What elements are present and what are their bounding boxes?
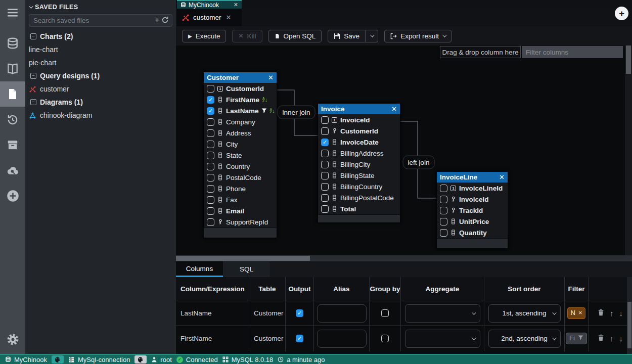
field-row[interactable]: Country — [204, 161, 277, 172]
open-sql-button[interactable]: Open SQL — [268, 30, 322, 42]
field-row[interactable]: 1CustomerId — [204, 83, 277, 94]
scrollbar-thumb[interactable] — [176, 256, 310, 261]
field-checkbox[interactable] — [207, 141, 214, 148]
field-row[interactable]: SupportRepId — [204, 216, 277, 228]
close-icon[interactable]: ✕ — [499, 173, 505, 181]
menu-button[interactable] — [0, 0, 25, 25]
field-row[interactable]: BillingCity — [318, 159, 400, 170]
field-checkbox[interactable]: ✓ — [207, 107, 214, 115]
group-by-checkbox[interactable] — [381, 309, 389, 317]
field-checkbox[interactable] — [321, 127, 329, 135]
saved-files-header[interactable]: SAVED FILES — [29, 0, 172, 12]
close-icon[interactable]: ✕ — [391, 105, 397, 113]
field-checkbox[interactable] — [321, 205, 329, 213]
alias-input[interactable] — [317, 330, 367, 348]
field-checkbox[interactable] — [321, 161, 329, 168]
tab-file-customer[interactable]: customer ✕ — [177, 9, 242, 26]
output-checkbox[interactable]: ✓ — [296, 309, 303, 317]
entity-invoice[interactable]: Invoice ✕ 1InvoiceIdCustomerId✓InvoiceDa… — [318, 103, 400, 223]
field-row[interactable]: ✓FirstNameAZ↓ — [204, 94, 277, 105]
field-checkbox[interactable] — [207, 185, 214, 193]
field-row[interactable]: 1InvoiceLineId — [437, 183, 508, 194]
field-row[interactable]: BillingCountry — [318, 181, 400, 192]
archive-nav-button[interactable] — [0, 132, 25, 158]
add-nav-button[interactable] — [0, 183, 25, 208]
field-checkbox[interactable] — [440, 196, 447, 203]
field-row[interactable]: InvoiceId — [437, 194, 508, 205]
status-database[interactable]: MyChinook — [5, 356, 47, 363]
canvas-horizontal-scrollbar[interactable] — [176, 255, 632, 261]
aggregate-select[interactable] — [405, 304, 480, 323]
save-button[interactable]: Save — [328, 30, 366, 42]
status-connection[interactable]: MySql-connection — [68, 356, 130, 363]
connection-color-button[interactable] — [134, 355, 147, 363]
collapse-box-icon[interactable]: − — [30, 33, 36, 39]
grid-vertical-scrollbar[interactable] — [627, 277, 632, 354]
tree-item[interactable]: line-chart — [29, 43, 172, 56]
field-checkbox[interactable] — [207, 152, 214, 159]
scrollbar-thumb[interactable] — [627, 302, 631, 348]
field-row[interactable]: City — [204, 139, 277, 150]
entity-header[interactable]: InvoiceLine ✕ — [437, 172, 508, 183]
sort-order-select[interactable]: 1st, ascending — [488, 304, 561, 323]
save-dropdown-button[interactable] — [366, 30, 378, 42]
new-tab-button[interactable]: + — [615, 7, 628, 20]
tab-connection[interactable]: MyChinook ✕ — [177, 0, 242, 9]
move-down-icon[interactable]: ↓ — [619, 309, 623, 317]
close-icon[interactable]: ✕ — [226, 14, 232, 21]
field-row[interactable]: CustomerId — [318, 125, 400, 136]
sort-order-select[interactable]: 2nd, ascending — [488, 330, 561, 348]
move-down-icon[interactable]: ↓ — [619, 334, 623, 343]
remove-filter-icon[interactable]: × — [578, 309, 582, 317]
filter-columns-input[interactable] — [522, 46, 623, 58]
move-up-icon[interactable]: ↑ — [610, 309, 614, 317]
files-nav-button[interactable] — [0, 81, 25, 107]
group-by-checkbox[interactable] — [381, 335, 389, 342]
field-row[interactable]: Company — [204, 116, 277, 127]
field-checkbox[interactable] — [440, 218, 447, 225]
field-row[interactable]: ✓LastNameAZ↓ — [204, 105, 277, 116]
close-icon[interactable]: ✕ — [234, 2, 238, 8]
tree-group[interactable]: −Diagrams (1) — [29, 96, 172, 109]
refresh-icon[interactable] — [161, 16, 169, 25]
field-checkbox[interactable] — [207, 129, 214, 137]
aggregate-select[interactable] — [405, 330, 480, 348]
field-row[interactable]: State — [204, 150, 277, 161]
field-row[interactable]: PostalCode — [204, 172, 277, 183]
field-checkbox[interactable] — [321, 183, 329, 191]
collapse-box-icon[interactable]: − — [30, 73, 36, 79]
delete-row-icon[interactable] — [598, 334, 604, 343]
database-nav-button[interactable] — [0, 31, 25, 56]
output-checkbox[interactable]: ✓ — [296, 335, 303, 342]
tab-columns[interactable]: Columns — [176, 261, 223, 277]
execute-button[interactable]: ▶ Execute — [182, 30, 226, 42]
history-nav-button[interactable] — [0, 107, 25, 132]
field-checkbox[interactable] — [207, 207, 214, 215]
filter-badge[interactable]: Fi — [566, 333, 587, 344]
filter-badge[interactable]: N× — [567, 307, 586, 319]
field-checkbox[interactable]: ✓ — [207, 96, 214, 104]
field-row[interactable]: Phone — [204, 183, 277, 194]
collapse-box-icon[interactable]: − — [30, 99, 36, 105]
field-row[interactable]: BillingState — [318, 170, 400, 181]
entity-header[interactable]: Invoice ✕ — [318, 104, 400, 114]
field-checkbox[interactable]: ✓ — [321, 139, 329, 146]
join-label-left[interactable]: left join — [403, 156, 435, 169]
field-checkbox[interactable] — [321, 194, 329, 202]
field-checkbox[interactable] — [207, 196, 214, 204]
docs-nav-button[interactable] — [0, 56, 25, 81]
field-checkbox[interactable] — [207, 85, 214, 93]
field-row[interactable]: Total — [318, 203, 400, 214]
tree-item[interactable]: chinook-diagram — [29, 109, 172, 122]
entity-header[interactable]: Customer ✕ — [204, 72, 277, 83]
drag-drop-target[interactable]: Drag & drop column here — [440, 46, 521, 58]
join-label-inner[interactable]: inner join — [278, 106, 315, 119]
tree-group[interactable]: −Query designs (1) — [29, 69, 172, 82]
tree-item[interactable]: customer — [29, 82, 172, 96]
database-color-button[interactable] — [52, 355, 64, 363]
field-row[interactable]: 1InvoiceId — [318, 114, 400, 125]
tree-item[interactable]: pie-chart — [29, 56, 172, 69]
field-checkbox[interactable] — [440, 229, 447, 237]
field-row[interactable]: BillingAddress — [318, 148, 400, 159]
field-row[interactable]: UnitPrice — [437, 216, 508, 227]
